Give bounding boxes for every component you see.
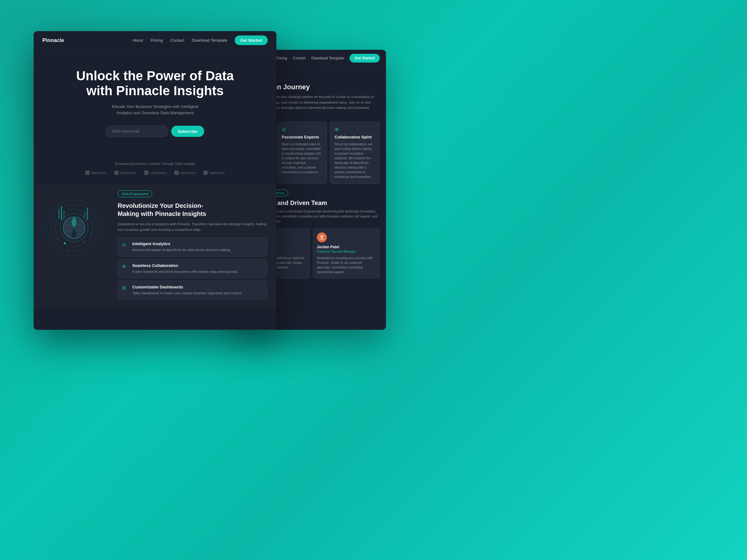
logo-item-1: logoipsum xyxy=(85,170,107,175)
nav-front: Pinnacle About Pricing Contact Download … xyxy=(34,31,276,50)
feature-seamless-collab: ⊕ Seamless Collaboration Foster teamwork… xyxy=(118,259,267,278)
feature-text-dashboard: Customizable Dashboards Tailor dashboard… xyxy=(132,285,242,296)
svg-rect-7 xyxy=(61,206,62,220)
svg-point-13 xyxy=(91,233,92,235)
feature-intelligent-analytics: ◎ Intelligent Analytics Harness the powe… xyxy=(118,237,267,257)
hero-form: Subscribe xyxy=(46,126,264,137)
passionate-experts-card: ◎ Passionate Experts Meet our dedicated … xyxy=(277,122,327,184)
analytics-icon: ◎ xyxy=(122,242,129,247)
svg-rect-10 xyxy=(87,208,88,220)
email-input[interactable] xyxy=(106,126,168,137)
svg-point-11 xyxy=(64,242,66,244)
subscribe-button[interactable]: Subscribe xyxy=(171,126,205,137)
logo-item-5: logoipsum xyxy=(203,170,225,175)
nav-links-front: About Pricing Contact Download Template … xyxy=(132,35,268,45)
data-empowered-section: Data Empowered Revolutionize Your Decisi… xyxy=(34,184,276,309)
viz-svg xyxy=(43,190,105,265)
de-content: Data Empowered Revolutionize Your Decisi… xyxy=(118,190,267,302)
logo-icon-5 xyxy=(203,170,208,175)
team-card-jordan: Jordan Patel Customer Success Manager De… xyxy=(313,229,380,278)
data-empowered-badge: Data Empowered xyxy=(118,190,152,197)
back-nav-download[interactable]: Download Template xyxy=(311,56,344,60)
experts-title: Passionate Experts xyxy=(282,135,322,139)
nav-contact[interactable]: Contact xyxy=(170,38,184,43)
logo-icon-3 xyxy=(144,170,149,175)
nav-about[interactable]: About xyxy=(132,38,143,43)
svg-rect-9 xyxy=(84,212,85,218)
collab-icon: ⊕ xyxy=(122,264,129,269)
logos-row: logoipsum logoipsum· Logoipsum logoipsum… xyxy=(40,170,270,175)
back-nav-pricing[interactable]: Pricing xyxy=(276,56,287,60)
nav-pricing[interactable]: Pricing xyxy=(150,38,163,43)
logo-icon-2 xyxy=(114,170,119,175)
nav-download[interactable]: Download Template xyxy=(192,38,227,43)
feature-text-analytics: Intelligent Analytics Harness the power … xyxy=(132,241,231,252)
logo-item-3: Logoipsum xyxy=(144,170,167,175)
de-title: Revolutionize Your Decision- Making with… xyxy=(118,202,267,218)
svg-rect-6 xyxy=(58,209,59,218)
logos-section: Empowering Industry Leaders Through Data… xyxy=(34,162,276,184)
collab-spirit-desc: Driven by collaboration, our team unites… xyxy=(335,142,375,179)
jordan-avatar xyxy=(317,232,327,242)
data-visualization xyxy=(43,190,111,268)
logos-label: Empowering Industry Leaders Through Data… xyxy=(40,162,270,165)
window-front: Pinnacle About Pricing Contact Download … xyxy=(34,31,276,330)
jordan-desc: Dedicated to ensuring your success with … xyxy=(317,256,376,274)
svg-point-12 xyxy=(83,241,84,242)
logo-icon-1 xyxy=(85,170,89,175)
logo-icon-4 xyxy=(174,170,179,175)
hero-title: Unlock the Power of Data with Pinnacle I… xyxy=(46,69,264,99)
experts-desc: Meet our dedicated team of data enthusia… xyxy=(282,142,322,175)
experts-icon: ◎ xyxy=(282,126,322,132)
svg-point-15 xyxy=(67,249,69,250)
svg-rect-8 xyxy=(63,211,65,218)
jordan-name: Jordan Patel xyxy=(317,245,376,249)
svg-point-14 xyxy=(56,238,58,239)
get-started-button-front[interactable]: Get Started xyxy=(235,35,268,45)
hero-section: Unlock the Power of Data with Pinnacle I… xyxy=(34,50,276,162)
dashboard-icon: ⊞ xyxy=(122,285,129,290)
collab-spirit-icon: ⊕ xyxy=(335,126,375,132)
svg-point-20 xyxy=(320,235,323,238)
de-description: Experience a new era of analytics with P… xyxy=(118,221,267,232)
collaborative-spirit-card: ⊕ Collaborative Spirit Driven by collabo… xyxy=(330,122,380,184)
collab-spirit-title: Collaborative Spirit xyxy=(335,135,375,139)
hero-subtitle: Elevate Your Business Strategies with In… xyxy=(105,104,205,117)
logo-item-4: logoipsum xyxy=(174,170,196,175)
jordan-role: Customer Success Manager xyxy=(317,250,376,253)
feature-text-collab: Seamless Collaboration Foster teamwork a… xyxy=(132,263,238,274)
logo-item-2: logoipsum· xyxy=(114,170,137,175)
feature-dashboards: ⊞ Customizable Dashboards Tailor dashboa… xyxy=(118,281,267,300)
logo-front: Pinnacle xyxy=(42,37,64,44)
get-started-button-back[interactable]: Get Started xyxy=(350,54,380,62)
back-nav-contact[interactable]: Contact xyxy=(293,56,306,60)
